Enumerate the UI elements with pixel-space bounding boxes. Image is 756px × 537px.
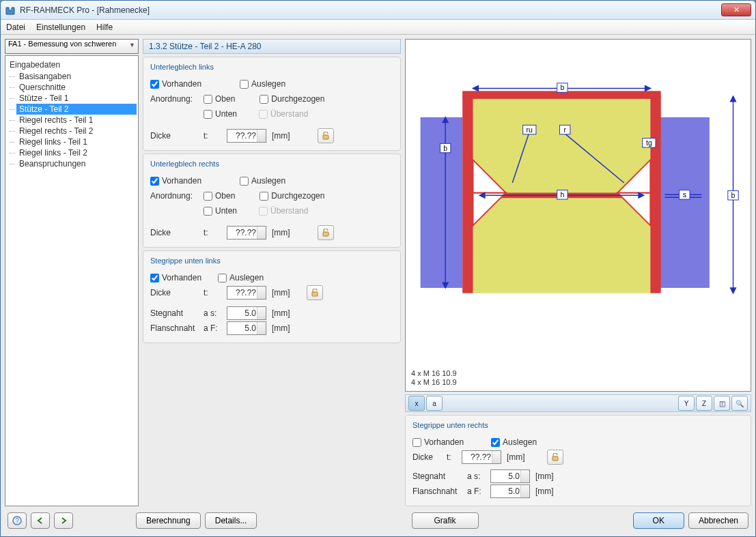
page-title: 1.3.2 Stütze - Teil 2 - HE-A 280 [143,39,401,54]
chk-sl-vorhanden[interactable]: Vorhanden [150,273,201,282]
chk-ul-durchgezogen[interactable]: Durchgezogen [260,94,324,104]
graphic-toolbar: x a Y Z ◫ 🔍 [405,394,751,412]
svg-rect-1 [323,232,328,236]
tree-item-stuetze-1[interactable]: Stütze - Teil 1 [16,93,137,104]
chk-ur-unten[interactable]: Unten [204,206,237,216]
app-icon [5,5,16,16]
menu-file[interactable]: Datei [6,23,25,32]
svg-text:h: h [560,190,564,199]
svg-text:ru: ru [527,126,533,134]
tree-root[interactable]: Eingabedaten [7,59,137,71]
input-ul-dicke[interactable]: ??.?? [227,129,266,143]
view-x-button[interactable]: x [408,396,425,411]
lock-sl[interactable] [307,285,323,300]
chk-sr-vorhanden[interactable]: Vorhanden [412,437,464,447]
view-a-button[interactable]: a [426,396,443,411]
view-y-button[interactable]: Y [678,396,695,411]
main-window: RF-RAHMECK Pro - [Rahmenecke] ✕ Datei Ei… [0,0,756,537]
chk-ul-ueberstand: Überstand [259,109,308,119]
help-button[interactable]: ? [8,512,27,529]
titlebar: RF-RAHMECK Pro - [Rahmenecke] ✕ [1,1,755,20]
loadcase-combo[interactable]: FA1 - Bemessung von schweren [5,39,139,54]
group-stegrippe-rechts: Stegrippe unten rechts Vorhanden Auslege… [405,415,751,506]
abbrechen-button[interactable]: Abbrechen [688,512,748,529]
svg-rect-3 [421,117,463,288]
menu-settings[interactable]: Einstellungen [36,23,85,32]
svg-text:b: b [731,191,736,199]
chk-ur-durchgezogen[interactable]: Durchgezogen [260,191,324,201]
chk-sl-auslegen[interactable]: Auslegen [218,273,264,282]
tree-item-riegel-r1[interactable]: Riegel rechts - Teil 1 [16,115,137,126]
svg-text:?: ? [15,517,19,525]
chk-ul-vorhanden[interactable]: Vorhanden [150,79,201,89]
tree-item-querschnitte[interactable]: Querschnitte [16,82,137,93]
input-ur-dicke[interactable]: ??.?? [227,226,266,240]
svg-marker-12 [645,86,651,91]
window-title: RF-RAHMECK Pro - [Rahmenecke] [20,5,721,15]
lock-ul[interactable] [318,128,334,143]
view-3d-button[interactable]: ◫ [714,396,730,411]
lock-sr[interactable] [547,450,563,465]
svg-marker-14 [731,96,736,102]
tree-item-beanspruchungen[interactable]: Beanspruchungen [16,158,137,169]
input-sr-dicke[interactable]: ??.?? [462,450,501,464]
svg-rect-0 [323,135,328,139]
grafik-button[interactable]: Grafik [412,512,479,529]
zoom-button[interactable]: 🔍 [731,396,748,411]
input-sl-dicke[interactable]: ??.?? [227,286,266,300]
ok-button[interactable]: OK [633,512,684,529]
svg-text:b: b [560,83,564,91]
svg-rect-4 [657,117,710,288]
close-button[interactable]: ✕ [721,3,751,16]
tree-item-basisangaben[interactable]: Basisangaben [16,71,137,82]
view-z-button[interactable]: Z [696,396,712,411]
group-unterlegblech-rechts: Unterlegblech rechts Vorhanden Auslegen … [143,154,401,248]
input-sr-af[interactable]: 5.0 [490,484,530,498]
svg-marker-15 [731,288,736,293]
input-sr-as[interactable]: 5.0 [490,469,530,483]
svg-rect-42 [552,456,558,461]
chk-sr-auslegen[interactable]: Auslegen [491,437,537,447]
chk-ur-ueberstand: Überstand [259,206,308,216]
svg-text:s: s [683,190,686,199]
details-button[interactable]: Details... [205,512,257,529]
menu-help[interactable]: Hilfe [96,23,113,32]
tree-item-stuetze-2[interactable]: Stütze - Teil 2 [16,104,137,115]
chk-ul-oben[interactable]: Oben [204,94,235,104]
chk-ur-auslegen[interactable]: Auslegen [240,176,285,186]
group-unterlegblech-links: Unterlegblech links Vorhanden Auslegen A… [143,57,401,151]
menubar: Datei Einstellungen Hilfe [1,20,755,35]
chk-ur-vorhanden[interactable]: Vorhanden [150,176,201,186]
svg-marker-11 [473,86,479,91]
chk-ul-unten[interactable]: Unten [204,109,237,119]
input-sl-as[interactable]: 5.0 [227,306,266,320]
svg-text:tg: tg [646,139,652,147]
svg-text:r: r [563,126,566,134]
graphic-viewport[interactable]: b ru r tg h s b b 4 x M 16 10.9 4 x M 16… [405,39,751,392]
next-button[interactable] [54,512,73,529]
lock-ur[interactable] [318,225,334,240]
tree-item-riegel-l1[interactable]: Riegel links - Teil 1 [16,136,137,147]
svg-text:b: b [443,144,447,152]
input-sl-af[interactable]: 5.0 [227,321,266,335]
tree-item-riegel-r2[interactable]: Riegel rechts - Teil 2 [16,126,137,136]
section-diagram: b ru r tg h s b b [414,45,742,328]
tree-item-riegel-l2[interactable]: Riegel links - Teil 2 [16,147,137,158]
nav-tree: Eingabedaten Basisangaben Querschnitte S… [5,55,139,506]
group-stegrippe-links: Stegrippe unten links Vorhanden Auslegen… [143,250,401,343]
chk-ul-auslegen[interactable]: Auslegen [240,79,285,89]
graphic-info: 4 x M 16 10.9 4 x M 16 10.9 [411,369,457,387]
svg-rect-2 [312,292,318,296]
chk-ur-oben[interactable]: Oben [204,191,235,201]
prev-button[interactable] [31,512,50,529]
bottom-bar: ? Berechnung Details... Grafik OK Abbrec… [5,509,751,532]
berechnung-button[interactable]: Berechnung [136,512,201,529]
